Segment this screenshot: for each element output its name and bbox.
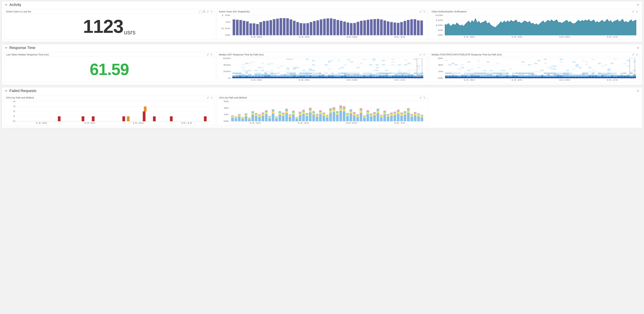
svg-rect-988 — [339, 105, 342, 106]
svg-rect-794 — [92, 116, 94, 121]
svg-rect-50 — [256, 24, 259, 35]
svg-rect-1046 — [380, 115, 382, 116]
gear-icon[interactable] — [210, 10, 213, 13]
svg-text:15:00: 15:00 — [346, 79, 358, 81]
svg-rect-195 — [254, 77, 258, 78]
svg-rect-961 — [322, 113, 325, 114]
svg-rect-874 — [265, 114, 268, 121]
pencil-icon[interactable] — [632, 10, 634, 13]
svg-rect-346 — [350, 74, 353, 75]
bar-chart[interactable]: 0K0.5K1K1.5K14:3014:4515:0015:15 — [218, 14, 426, 38]
svg-rect-401 — [385, 74, 388, 75]
svg-rect-333 — [344, 77, 347, 78]
svg-rect-571 — [506, 74, 508, 75]
svg-rect-200 — [258, 77, 261, 78]
svg-text:1.5K: 1.5K — [221, 14, 231, 16]
svg-rect-449 — [417, 75, 420, 77]
panel-title: Median GET Response Time by Path (ms) — [219, 53, 419, 56]
svg-rect-892 — [275, 117, 278, 117]
gear-icon[interactable] — [636, 10, 638, 13]
svg-rect-311 — [328, 74, 331, 75]
heatmap-chart[interactable]: 0K2K4K6K14:3014:4515:0015:15 — [431, 57, 638, 81]
pencil-icon[interactable] — [419, 53, 422, 56]
gear-icon[interactable] — [423, 10, 426, 13]
heatmap-chart[interactable]: 020040060014:3014:4515:0015:15 — [218, 57, 426, 81]
svg-rect-484 — [445, 60, 448, 61]
area-chart[interactable]: 0K5K10K15K20K14:3014:4515:0015:15 — [431, 14, 638, 38]
gear-icon[interactable] — [636, 53, 638, 56]
chevron-down-icon[interactable] — [4, 3, 8, 6]
svg-rect-499 — [458, 75, 461, 77]
gear-icon[interactable] — [423, 96, 426, 99]
svg-rect-589 — [522, 74, 524, 75]
svg-rect-607 — [534, 71, 537, 73]
svg-rect-49 — [253, 23, 255, 35]
chevron-down-icon[interactable] — [4, 46, 8, 49]
section-title[interactable]: Response Time — [9, 45, 637, 50]
svg-rect-738 — [620, 73, 623, 74]
svg-rect-959 — [322, 116, 325, 121]
svg-rect-641 — [556, 74, 560, 75]
svg-rect-432 — [404, 64, 407, 65]
section-title[interactable]: Activity — [9, 2, 637, 7]
svg-text:2: 2 — [13, 110, 16, 112]
svg-text:2K: 2K — [438, 70, 443, 72]
svg-rect-667 — [576, 77, 579, 78]
svg-rect-1105 — [420, 116, 423, 117]
svg-rect-556 — [496, 74, 499, 75]
svg-rect-917 — [292, 111, 295, 112]
pencil-icon[interactable] — [206, 53, 209, 56]
svg-rect-269 — [299, 73, 302, 74]
pencil-icon[interactable] — [206, 10, 209, 13]
bar-chart[interactable]: 0123414:3014:4515:0015:15 — [6, 100, 213, 124]
svg-rect-1049 — [383, 114, 386, 121]
gear-icon[interactable] — [637, 89, 640, 92]
gear-icon[interactable] — [637, 3, 640, 6]
chevron-down-icon[interactable] — [4, 89, 8, 92]
gear-icon[interactable] — [210, 53, 213, 56]
svg-rect-369 — [366, 74, 369, 75]
svg-rect-383 — [376, 75, 379, 77]
camera-icon[interactable] — [203, 10, 205, 13]
svg-rect-621 — [544, 58, 547, 60]
svg-rect-1027 — [366, 111, 369, 111]
svg-rect-190 — [248, 70, 251, 71]
svg-rect-380 — [372, 60, 376, 61]
svg-rect-196 — [254, 75, 258, 77]
panels-row: Last Taken Median Response Time (ms) 61.… — [2, 50, 642, 85]
dashboard-root: Activity Active Users in Last 5m — [0, 0, 644, 132]
svg-rect-248 — [286, 68, 290, 70]
svg-rect-635 — [553, 74, 556, 75]
svg-rect-968 — [326, 115, 328, 115]
svg-rect-78 — [350, 23, 352, 35]
svg-rect-836 — [238, 115, 241, 115]
svg-rect-332 — [340, 67, 344, 68]
gear-icon[interactable] — [423, 53, 426, 56]
stacked-bar-chart[interactable]: 0K2K4K6K14:3014:4515:0015:15 — [218, 100, 426, 124]
svg-rect-1084 — [407, 113, 410, 121]
svg-line-27 — [425, 12, 425, 12]
gear-icon[interactable] — [637, 46, 640, 49]
pencil-icon[interactable] — [207, 96, 209, 99]
section-title[interactable]: Failed Requests — [9, 89, 637, 93]
svg-rect-1002 — [350, 110, 352, 111]
svg-rect-272 — [302, 74, 306, 75]
svg-rect-718 — [608, 75, 610, 77]
svg-rect-581 — [515, 75, 518, 77]
gear-icon[interactable] — [210, 96, 213, 99]
svg-rect-856 — [251, 112, 254, 113]
svg-rect-283 — [309, 74, 312, 75]
svg-rect-1009 — [356, 117, 359, 121]
pencil-icon[interactable] — [420, 96, 422, 99]
svg-rect-724 — [611, 75, 614, 77]
panel-header: 4XXs by Path and Method — [217, 95, 428, 100]
svg-rect-482 — [445, 75, 448, 77]
svg-rect-215 — [264, 71, 267, 73]
svg-rect-748 — [630, 77, 633, 78]
svg-rect-697 — [592, 58, 594, 60]
svg-rect-757 — [633, 60, 636, 61]
svg-rect-56 — [276, 19, 279, 35]
pencil-icon[interactable] — [419, 10, 422, 13]
pencil-icon[interactable] — [632, 53, 634, 56]
expand-icon[interactable] — [199, 10, 202, 13]
